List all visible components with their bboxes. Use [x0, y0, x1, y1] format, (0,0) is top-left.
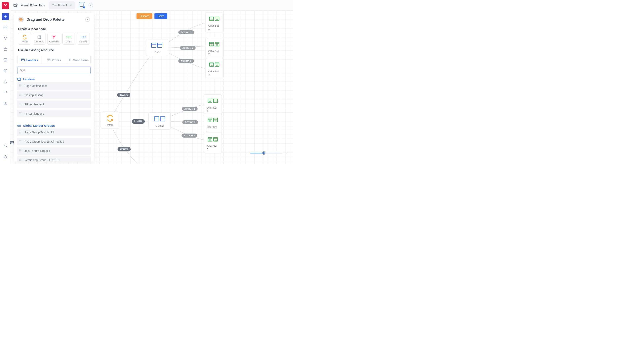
svg-point-7: [5, 92, 6, 93]
svg-text:$$: $$: [216, 18, 218, 20]
list-item[interactable]: Edge Uptime Test: [17, 82, 91, 90]
node-offer-6[interactable]: $$$$ Offer Set 6: [204, 133, 222, 153]
tab-label: Conditions: [73, 58, 88, 62]
palette-icon: 🎨: [18, 17, 24, 22]
chat-icon[interactable]: [2, 153, 9, 160]
action-pill-2a: ACTION 1: [182, 107, 198, 111]
offers-icon: $$$$: [209, 15, 220, 22]
list-item[interactable]: Page Group Test 14 Jul: [17, 128, 91, 136]
landers-icon: [81, 35, 86, 39]
header-title: Visual Editor Tabs: [21, 3, 45, 7]
list-item[interactable]: FF test lander 2: [17, 110, 91, 117]
landers-icon: [151, 42, 162, 49]
grip-icon: [19, 112, 22, 115]
svg-rect-2: [4, 28, 5, 29]
search-input[interactable]: [17, 66, 90, 74]
nodetype-exturl[interactable]: Ext. URL: [33, 33, 46, 45]
rotator-icon: [104, 115, 116, 122]
tab-offers[interactable]: $$ Offers: [42, 56, 66, 64]
section-title: Landers: [23, 77, 34, 81]
pct-pill-3: 42.86%: [118, 147, 130, 151]
nodetype-landers[interactable]: Landers: [77, 33, 90, 45]
close-all-tabs-button[interactable]: [88, 3, 93, 7]
funnel-icon[interactable]: [2, 34, 9, 42]
svg-text:$$: $$: [210, 44, 212, 46]
landers-icon: [154, 115, 165, 123]
svg-text:$$: $$: [209, 139, 211, 141]
node-offer-1[interactable]: $$$$ Offer Set 1: [205, 12, 224, 32]
node-label: Offer Set 4: [207, 106, 219, 112]
palette-close-button[interactable]: [85, 17, 90, 22]
tab-label: Test Funnel: [52, 3, 67, 7]
svg-text:$$: $$: [214, 139, 216, 141]
zoom-knob[interactable]: [262, 152, 265, 154]
canvas[interactable]: Discard Save 35.71% 21.43% 42.86%: [11, 11, 293, 164]
database-icon[interactable]: [2, 67, 9, 74]
svg-point-6: [4, 69, 7, 70]
logout-icon[interactable]: [2, 142, 9, 149]
tab-test-funnel[interactable]: Test Funnel: [49, 1, 75, 9]
list-item[interactable]: FF test lander 1: [17, 100, 91, 108]
section-title: Global Lander Groups: [23, 124, 55, 127]
nodetype-label: Offers: [66, 40, 72, 43]
svg-rect-51: [18, 125, 19, 126]
node-offer-3[interactable]: $$$$ Offer Set 3: [205, 58, 224, 78]
action-bar: Discard Save: [136, 13, 167, 19]
nodetype-rotator[interactable]: Rotator: [18, 33, 31, 45]
offers-icon: $$$$: [207, 97, 218, 105]
item-label: Versioning Group - TEST 6: [24, 158, 58, 161]
node-offer-4[interactable]: $$$$ Offer Set 4: [204, 94, 222, 114]
svg-point-11: [5, 157, 6, 157]
new-tab-button[interactable]: +: [79, 2, 85, 8]
list-item[interactable]: Versioning Group - TEST 6: [17, 156, 91, 161]
close-icon[interactable]: [69, 3, 72, 7]
section-groups-head: Global Lander Groups: [14, 120, 94, 128]
node-offer-2[interactable]: $$$$ Offer Set 2: [205, 38, 224, 58]
list-item[interactable]: Test Lander Group 1: [17, 147, 91, 155]
zoom-out-button[interactable]: −: [244, 151, 248, 155]
resource-tabs: Landers $$ Offers Conditions: [17, 56, 90, 64]
pct-pill-1: 35.71%: [117, 93, 130, 97]
item-label: Page Group Test 14 Jul: [24, 131, 54, 134]
report-icon[interactable]: [2, 56, 9, 63]
search: [17, 66, 90, 74]
item-label: Edge Uptime Test: [24, 84, 47, 87]
list-item[interactable]: Page Group Test 15 Jul - edited: [17, 138, 91, 145]
tab-conditions[interactable]: Conditions: [66, 56, 90, 64]
help-icon[interactable]: [2, 100, 9, 107]
node-lset2[interactable]: L Set 2: [148, 112, 171, 129]
zoom-in-button[interactable]: +: [285, 151, 289, 155]
svg-text:$$: $$: [210, 18, 212, 20]
node-rotator[interactable]: Rotator: [101, 112, 119, 129]
svg-text:$$: $$: [48, 60, 50, 61]
nodetype-condition[interactable]: Condition: [48, 33, 60, 45]
nodetype-offers[interactable]: Offers: [62, 33, 75, 45]
item-label: Page Group Test 15 Jul - edited: [24, 140, 64, 143]
action-pill-1a: ACTION 1: [178, 30, 194, 34]
svg-rect-44: [69, 36, 71, 38]
tab-landers[interactable]: Landers: [18, 56, 42, 64]
svg-rect-46: [84, 36, 86, 38]
groups-list: Page Group Test 14 Jul Page Group Test 1…: [14, 128, 94, 161]
node-offer-5[interactable]: $$$$ Offer Set 5: [204, 114, 222, 134]
tab-label: Landers: [26, 58, 38, 62]
offers-icon: [66, 35, 71, 39]
briefcase-icon[interactable]: [2, 45, 9, 53]
dashboard-icon[interactable]: [2, 24, 9, 31]
svg-rect-0: [4, 26, 5, 27]
node-lset1[interactable]: L Set 1: [146, 39, 168, 56]
grip-icon: [19, 149, 22, 152]
lab-icon[interactable]: [2, 78, 9, 85]
zoom-slider[interactable]: [250, 153, 282, 153]
item-label: FB Zap Testing: [24, 93, 44, 97]
list-item[interactable]: FB Zap Testing: [17, 91, 91, 99]
save-button[interactable]: Save: [154, 13, 168, 19]
nodetype-label: Ext. URL: [35, 40, 44, 43]
app-logo[interactable]: [2, 2, 9, 9]
settings-icon[interactable]: [2, 89, 9, 96]
discard-button[interactable]: Discard: [136, 13, 152, 19]
svg-rect-43: [66, 36, 68, 38]
palette-title: Drag and Drop Palette: [26, 17, 82, 22]
sidebar-add-button[interactable]: [2, 13, 9, 20]
section-landers-head: Landers: [14, 74, 94, 82]
